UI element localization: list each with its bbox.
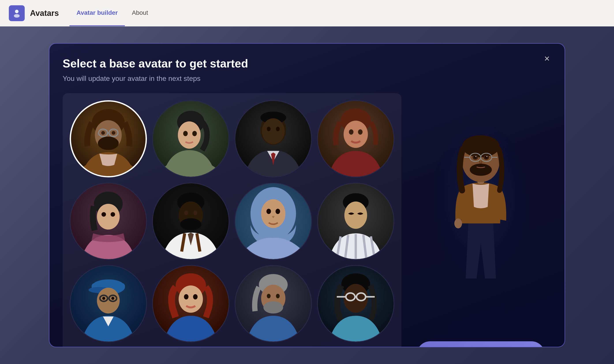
svg-point-96 xyxy=(470,164,492,176)
avatar-face-6 xyxy=(153,183,229,259)
avatar-face-10 xyxy=(153,266,229,341)
svg-point-80 xyxy=(454,218,462,228)
preview-avatar xyxy=(410,61,551,341)
avatar-item-7[interactable] xyxy=(235,183,312,260)
avatar-item-1[interactable] xyxy=(70,100,147,177)
avatar-face-4 xyxy=(318,101,394,177)
right-panel: ✓ Use Avatar xyxy=(401,57,551,347)
svg-point-19 xyxy=(262,118,285,144)
svg-point-45 xyxy=(344,202,367,229)
svg-point-63 xyxy=(184,294,189,299)
svg-point-59 xyxy=(111,297,114,300)
avatar-face-12 xyxy=(318,266,394,341)
svg-point-30 xyxy=(101,212,106,217)
dialog-subtitle: You will update your avatar in the next … xyxy=(63,75,401,83)
top-bar: Avatars Avatar builder About xyxy=(0,0,614,26)
avatar-item-4[interactable] xyxy=(317,100,394,177)
svg-point-15 xyxy=(192,131,197,136)
avatar-face-3 xyxy=(235,101,311,177)
svg-point-24 xyxy=(344,120,368,148)
avatar-face-9 xyxy=(70,266,146,341)
svg-point-21 xyxy=(276,127,280,131)
svg-point-8 xyxy=(112,131,115,135)
avatar-item-5[interactable] xyxy=(70,183,147,260)
nav-tabs: Avatar builder About xyxy=(69,0,155,26)
avatar-item-10[interactable] xyxy=(152,265,229,342)
svg-point-20 xyxy=(267,127,271,131)
svg-point-68 xyxy=(263,301,283,313)
avatar-face-11 xyxy=(235,266,311,341)
avatar-face-5 xyxy=(70,183,146,259)
dialog-body: Select a base avatar to get started You … xyxy=(49,44,565,347)
avatar-item-6[interactable] xyxy=(152,183,229,260)
avatar-item-11[interactable] xyxy=(235,265,312,342)
svg-point-13 xyxy=(178,121,201,149)
svg-point-36 xyxy=(184,211,188,215)
avatar-item-12[interactable] xyxy=(317,265,394,342)
svg-point-70 xyxy=(276,294,280,298)
svg-point-0 xyxy=(15,10,18,13)
avatar-face-1 xyxy=(71,102,146,176)
avatar-grid xyxy=(70,100,394,342)
close-button[interactable]: × xyxy=(540,52,554,66)
svg-point-1 xyxy=(14,14,20,18)
svg-point-73 xyxy=(344,284,368,313)
avatar-item-2[interactable] xyxy=(152,100,229,177)
svg-point-14 xyxy=(183,131,188,136)
main-content: × Select a base avatar to get started Yo… xyxy=(0,26,614,364)
dialog-title: Select a base avatar to get started xyxy=(63,57,401,70)
svg-point-83 xyxy=(462,135,500,157)
avatar-item-8[interactable] xyxy=(317,183,394,260)
svg-point-25 xyxy=(349,129,354,135)
avatar-3d-preview xyxy=(426,116,536,287)
avatar-face-7 xyxy=(235,183,311,259)
dialog: × Select a base avatar to get started Yo… xyxy=(49,43,565,347)
app-icon xyxy=(9,5,25,21)
svg-point-26 xyxy=(358,129,363,135)
svg-point-37 xyxy=(193,211,197,215)
tab-avatar-builder[interactable]: Avatar builder xyxy=(69,0,125,26)
svg-point-7 xyxy=(101,131,105,135)
svg-point-10 xyxy=(98,137,119,150)
app-title: Avatars xyxy=(30,9,59,18)
use-avatar-button[interactable]: ✓ Use Avatar xyxy=(417,341,545,347)
svg-point-95 xyxy=(486,156,487,157)
pagination-row: ‹ › xyxy=(70,342,394,347)
svg-point-94 xyxy=(475,156,476,157)
svg-point-64 xyxy=(193,294,198,299)
svg-point-69 xyxy=(267,294,271,298)
avatar-grid-container: ‹ › xyxy=(63,93,401,347)
avatar-face-8 xyxy=(318,183,394,259)
svg-point-62 xyxy=(179,285,203,313)
svg-point-29 xyxy=(97,204,120,230)
avatar-item-9[interactable] xyxy=(70,265,147,342)
svg-point-41 xyxy=(266,209,271,214)
svg-point-35 xyxy=(180,218,201,230)
tab-about[interactable]: About xyxy=(125,0,155,26)
avatar-face-2 xyxy=(153,101,229,177)
left-panel: Select a base avatar to get started You … xyxy=(63,57,401,347)
avatar-item-3[interactable] xyxy=(235,100,312,177)
svg-point-42 xyxy=(275,209,280,214)
svg-point-31 xyxy=(110,212,115,217)
svg-point-58 xyxy=(102,297,105,300)
